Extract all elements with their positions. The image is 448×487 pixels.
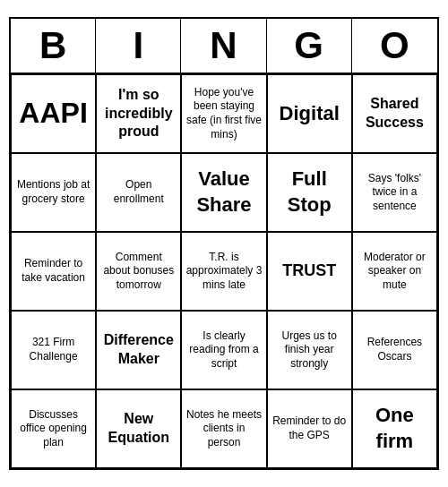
cell-text-21: New Equation (100, 410, 177, 448)
cell-text-14: Moderator or speaker on mute (357, 251, 433, 293)
cell-text-22: Notes he meets clients in person (185, 408, 262, 450)
bingo-cell-17: Is clearly reading from a script (181, 311, 266, 389)
cell-text-6: Open enrollment (100, 178, 177, 206)
bingo-cell-24: One firm (352, 389, 437, 468)
bingo-cell-16: Difference Maker (96, 311, 181, 389)
bingo-cell-5: Mentions job at grocery store (11, 153, 96, 232)
bingo-cell-0: AAPI (11, 74, 96, 153)
cell-text-1: I'm so incredibly proud (100, 86, 177, 141)
bingo-cell-7: Value Share (181, 153, 266, 232)
bingo-cell-6: Open enrollment (96, 153, 181, 232)
bingo-letter-I: I (96, 19, 181, 73)
bingo-cell-13: TRUST (267, 232, 352, 311)
bingo-card: BINGO AAPII'm so incredibly proudHope yo… (9, 17, 439, 470)
bingo-cell-22: Notes he meets clients in person (181, 389, 266, 468)
bingo-cell-21: New Equation (96, 389, 181, 468)
bingo-cell-12: T.R. is approximately 3 mins late (181, 232, 266, 311)
cell-text-18: Urges us to finish year strongly (271, 329, 348, 372)
bingo-cell-8: Full Stop (267, 153, 352, 232)
cell-text-24: One firm (357, 403, 433, 454)
cell-text-2: Hope you've been staying safe (in first … (185, 86, 262, 141)
cell-text-8: Full Stop (271, 167, 348, 218)
cell-text-13: TRUST (282, 261, 336, 281)
bingo-cell-11: Comment about bonuses tomorrow (96, 232, 181, 311)
cell-text-5: Mentions job at grocery store (15, 178, 91, 206)
cell-text-23: Reminder to do the GPS (271, 414, 348, 442)
bingo-cell-2: Hope you've been staying safe (in first … (181, 74, 266, 153)
cell-text-20: Discusses office opening plan (15, 408, 91, 450)
bingo-letter-B: B (11, 19, 96, 73)
bingo-cell-23: Reminder to do the GPS (267, 389, 352, 468)
cell-text-16: Difference Maker (100, 331, 177, 369)
bingo-cell-20: Discusses office opening plan (11, 389, 96, 468)
bingo-grid: AAPII'm so incredibly proudHope you've b… (11, 74, 437, 468)
cell-text-17: Is clearly reading from a script (185, 329, 262, 372)
cell-text-12: T.R. is approximately 3 mins late (185, 251, 262, 293)
bingo-cell-9: Says 'folks' twice in a sentence (352, 153, 437, 232)
cell-text-15: 321 Firm Challenge (15, 336, 91, 363)
bingo-cell-14: Moderator or speaker on mute (352, 232, 437, 311)
bingo-cell-15: 321 Firm Challenge (11, 311, 96, 389)
cell-text-11: Comment about bonuses tomorrow (100, 251, 177, 293)
bingo-header: BINGO (11, 19, 437, 74)
bingo-cell-19: References Oscars (352, 311, 437, 389)
cell-text-10: Reminder to take vacation (15, 257, 91, 285)
cell-text-19: References Oscars (357, 336, 433, 363)
bingo-cell-18: Urges us to finish year strongly (267, 311, 352, 389)
bingo-cell-3: Digital (267, 74, 352, 153)
cell-text-4: Shared Success (357, 95, 433, 132)
bingo-letter-G: G (267, 19, 352, 73)
cell-text-3: Digital (280, 101, 340, 127)
cell-text-0: AAPI (19, 95, 87, 132)
bingo-cell-10: Reminder to take vacation (11, 232, 96, 311)
cell-text-9: Says 'folks' twice in a sentence (357, 172, 433, 214)
bingo-letter-O: O (352, 19, 437, 73)
bingo-cell-4: Shared Success (352, 74, 437, 153)
bingo-cell-1: I'm so incredibly proud (96, 74, 181, 153)
bingo-letter-N: N (181, 19, 266, 73)
cell-text-7: Value Share (185, 167, 262, 218)
